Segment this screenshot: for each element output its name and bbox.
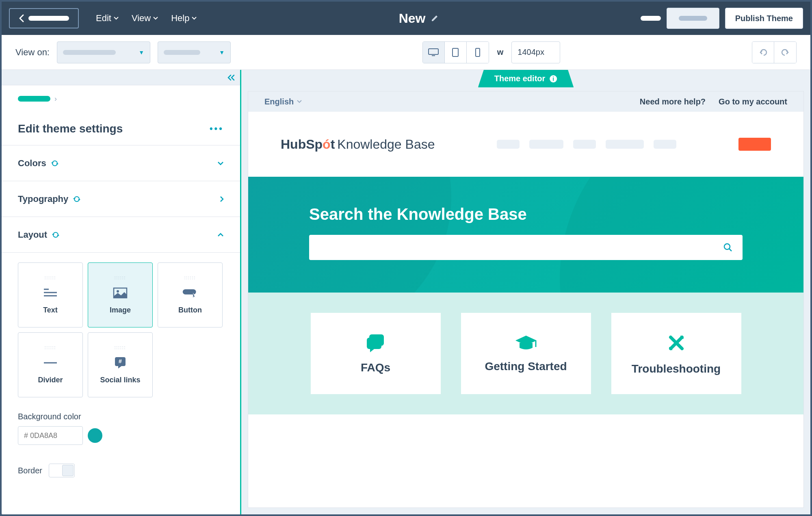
back-label-placeholder <box>28 16 69 21</box>
back-button[interactable] <box>9 8 79 28</box>
redo-button[interactable] <box>774 42 796 63</box>
image-icon <box>112 285 128 301</box>
kb-card-faqs[interactable]: FAQs <box>311 313 441 394</box>
sub-toolbar: View on: ▼ ▼ w <box>2 35 810 70</box>
kb-cta-button[interactable] <box>738 138 771 151</box>
svg-rect-9 <box>183 289 196 295</box>
border-field: Border <box>18 464 224 477</box>
svg-point-8 <box>117 290 119 293</box>
chevron-down-icon <box>217 161 224 165</box>
nav-placeholder[interactable] <box>573 140 596 149</box>
chat-icon <box>364 333 387 353</box>
kb-nav <box>497 140 676 149</box>
tile-text[interactable]: :::::: Text <box>18 262 83 327</box>
svg-text:#: # <box>119 358 122 364</box>
chevron-down-icon <box>297 100 302 103</box>
tile-image[interactable]: :::::: Image <box>88 262 153 327</box>
menu-view[interactable]: View <box>132 13 158 24</box>
theme-tab-row: Theme editor i <box>241 70 810 91</box>
chevron-down-icon <box>192 17 197 20</box>
accordion-typography[interactable]: Typography <box>2 181 240 217</box>
app-window: Edit View Help New Publish Theme View on… <box>0 0 812 516</box>
device-toggle-group <box>422 41 489 63</box>
layout-panel: :::::: Text :::::: Image :::::: Button <box>2 253 240 514</box>
divider-icon <box>42 355 58 371</box>
content-area: › Edit theme settings ••• Colors Typogra… <box>2 70 810 514</box>
tile-social-links[interactable]: :::::: # Social links <box>88 332 153 397</box>
menu-help[interactable]: Help <box>171 13 197 24</box>
width-label: w <box>497 48 504 57</box>
width-input[interactable] <box>511 41 560 63</box>
more-menu-icon[interactable]: ••• <box>210 124 224 134</box>
chevron-down-icon <box>114 17 119 20</box>
refresh-icon <box>73 195 80 203</box>
undo-button[interactable] <box>752 42 774 63</box>
breadcrumb-item[interactable] <box>18 96 50 102</box>
svg-rect-1 <box>432 55 435 56</box>
border-toggle[interactable] <box>49 464 75 477</box>
text-icon <box>42 285 58 301</box>
device-desktop-button[interactable] <box>423 42 445 63</box>
menu-edit[interactable]: Edit <box>96 13 119 24</box>
sidebar-collapse-bar <box>2 70 240 85</box>
bg-color-field: Background color <box>18 412 224 445</box>
device-mobile-button[interactable] <box>467 42 489 63</box>
collapse-icon[interactable] <box>227 74 235 81</box>
kb-card-getting-started[interactable]: Getting Started <box>461 313 591 394</box>
history-group <box>752 41 797 63</box>
pencil-icon[interactable] <box>431 14 439 22</box>
tools-icon <box>665 332 688 354</box>
chevron-right-icon <box>220 196 224 202</box>
publish-button[interactable]: Publish Theme <box>725 8 803 29</box>
nav-placeholder[interactable] <box>654 140 676 149</box>
view-on-select-2[interactable]: ▼ <box>158 41 231 63</box>
info-icon: i <box>549 75 557 83</box>
panel-title: Edit theme settings <box>18 122 123 135</box>
accordion-layout[interactable]: Layout <box>2 217 240 253</box>
panel-header: Edit theme settings ••• <box>2 112 240 145</box>
kb-categories: FAQs Getting Started Troubleshooting <box>248 293 803 414</box>
kb-hero-title: Search the Knowledge Base <box>309 205 743 223</box>
topbar: Edit View Help New Publish Theme <box>2 2 810 35</box>
bg-color-input[interactable] <box>18 426 83 445</box>
topbar-actions: Publish Theme <box>641 8 803 29</box>
secondary-button[interactable] <box>667 8 719 29</box>
tile-divider[interactable]: :::::: Divider <box>18 332 83 397</box>
tile-button[interactable]: :::::: Button <box>158 262 223 327</box>
svg-line-16 <box>729 249 732 251</box>
chevron-down-icon <box>153 17 158 20</box>
preview-canvas: English Need more help? Go to my account… <box>248 91 804 508</box>
nav-placeholder[interactable] <box>529 140 563 149</box>
device-tablet-button[interactable] <box>445 42 467 63</box>
status-placeholder <box>641 16 661 21</box>
topbar-title-area: New <box>206 11 630 26</box>
nav-placeholder[interactable] <box>497 140 520 149</box>
chevron-up-icon <box>217 233 224 237</box>
language-selector[interactable]: English <box>264 97 302 106</box>
svg-rect-3 <box>476 48 480 56</box>
color-swatch[interactable] <box>88 428 102 443</box>
kb-hero: Search the Knowledge Base <box>248 177 803 293</box>
kb-header: HubSpót Knowledge Base <box>248 112 803 177</box>
view-on-label: View on: <box>15 47 50 58</box>
kb-card-troubleshooting[interactable]: Troubleshooting <box>611 313 741 394</box>
graduation-cap-icon <box>514 334 538 352</box>
accordion-colors[interactable]: Colors <box>2 145 240 181</box>
button-icon <box>182 285 198 301</box>
refresh-icon <box>52 231 59 238</box>
svg-rect-0 <box>429 49 438 54</box>
svg-rect-2 <box>453 48 458 56</box>
menu-bar: Edit View Help <box>96 13 197 24</box>
kb-logo[interactable]: HubSpót Knowledge Base <box>281 137 435 152</box>
kb-utility-bar: English Need more help? Go to my account <box>248 91 803 112</box>
view-on-select-1[interactable]: ▼ <box>57 41 150 63</box>
account-link[interactable]: Go to my account <box>719 97 787 106</box>
preview-pane: Theme editor i English Need more help? G… <box>241 70 810 514</box>
chevron-left-icon <box>19 14 24 22</box>
help-link[interactable]: Need more help? <box>640 97 706 106</box>
nav-placeholder[interactable] <box>606 140 644 149</box>
theme-editor-tab[interactable]: Theme editor i <box>478 70 574 87</box>
svg-rect-18 <box>367 338 381 349</box>
breadcrumb: › <box>2 85 240 112</box>
kb-search-input[interactable] <box>309 235 743 260</box>
